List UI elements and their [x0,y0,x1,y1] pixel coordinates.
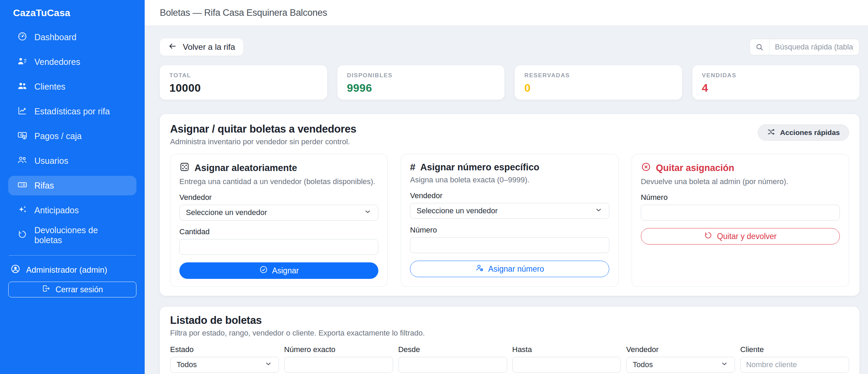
cliente-label: Cliente [740,345,849,354]
sidebar-item-label: Vendedores [34,57,80,67]
search-input[interactable] [769,39,859,55]
sidebar-item-rifas[interactable]: Rifas [8,176,136,195]
sidebar-item-dashboard[interactable]: Dashboard [8,27,136,47]
assign-number-button[interactable]: Asignar número [410,261,609,277]
specific-number-input[interactable] [410,237,609,253]
filter-numero-exacto: Número exacto [284,345,393,373]
quick-actions-button[interactable]: Acciones rápidas [758,124,849,141]
remove-title-row: Quitar asignación [641,162,840,174]
sidebar-item-label: Devoluciones de boletas [34,225,127,245]
person-lines-icon [17,56,27,68]
numero-exacto-input[interactable] [284,357,393,373]
quantity-input[interactable] [179,239,378,255]
stat-card-disponibles: DISPONIBLES 9996 [337,65,505,100]
stat-label: DISPONIBLES [347,72,495,79]
logout-label: Cerrar sesión [55,285,103,294]
stat-card-total: TOTAL 10000 [160,65,327,100]
assign-specific-card: # Asignar número específico Asigna una b… [401,154,618,287]
filter-hasta: Hasta [512,345,621,373]
arrow-left-icon [168,42,177,53]
sidebar-item-label: Estadísticas por rifa [34,106,110,116]
assign-number-button-label: Asignar número [488,264,544,274]
desde-label: Desde [398,345,507,354]
assign-specific-title-row: # Asignar número específico [410,162,609,173]
chevron-down-icon [264,360,272,370]
remove-and-return-label: Quitar y devolver [717,232,777,241]
top-header: Boletas — Rifa Casa Esquinera Balcones [145,0,868,26]
assign-random-title-row: Asignar aleatoriamente [179,162,378,174]
random-vendor-select[interactable]: Seleccione un vendedor [179,205,378,220]
sidebar-item-estadisticas[interactable]: Estadísticas por rifa [8,102,136,121]
sidebar-item-usuarios[interactable]: Usuarios [8,151,136,171]
sidebar-item-pagos[interactable]: Pagos / caja [8,126,136,146]
check-circle-icon [259,265,268,276]
vendor-label: Vendedor [179,193,378,202]
stat-label: TOTAL [169,72,318,79]
sidebar-item-devoluciones[interactable]: Devoluciones de boletas [8,225,136,245]
assign-button-label: Asignar [272,266,299,275]
chevron-down-icon [720,360,728,370]
filter-vendedor: Vendedor Todos [626,345,735,373]
sidebar-item-label: Rifas [34,181,54,191]
current-user: Administrador (admin) [8,264,136,276]
specific-vendor-select[interactable]: Seleccione un vendedor [410,203,609,219]
numero-exacto-label: Número exacto [284,345,393,354]
hash-icon: # [410,162,415,173]
cliente-input[interactable] [740,357,849,373]
assign-random-card: Asignar aleatoriamente Entrega una canti… [170,154,388,287]
sidebar: CazaTuCasa Dashboard Vendedores Clientes… [0,0,145,374]
hasta-input[interactable] [512,357,621,373]
vendedor-select[interactable]: Todos [626,357,735,373]
assign-header: Asignar / quitar boletas a vendedores Ad… [170,123,849,146]
remove-assignment-card: Quitar asignación Devuelve una boleta al… [632,154,849,287]
sidebar-item-label: Dashboard [34,32,76,42]
list-subtitle: Filtra por estado, rango, vendedor o cli… [170,329,849,338]
remove-number-input[interactable] [641,205,840,220]
ticket-list-section: Listado de boletas Filtra por estado, ra… [160,307,859,374]
back-to-raffle-button[interactable]: Volver a la rifa [160,38,243,56]
person-check-icon [475,263,484,274]
filter-desde: Desde [398,345,507,373]
arrow-counterclockwise-icon [704,231,713,242]
x-circle-icon [641,162,651,174]
vendedor-label: Vendedor [626,345,735,354]
sparkles-icon [17,204,27,217]
estado-select[interactable]: Todos [170,357,279,373]
dice-icon [179,162,190,174]
ticket-icon [17,180,27,192]
people-icon [17,81,27,93]
people-outline-icon [17,155,27,167]
list-filters: Estado Todos Número exacto Desde [170,345,849,373]
sidebar-item-vendedores[interactable]: Vendedores [8,52,136,72]
logout-button[interactable]: Cerrar sesión [8,282,136,297]
main-column: Boletas — Rifa Casa Esquinera Balcones V… [145,0,868,374]
chart-line-icon [17,105,27,118]
stat-value: 0 [524,82,672,94]
desde-input[interactable] [398,357,507,373]
sidebar-item-clientes[interactable]: Clientes [8,77,136,97]
speedometer-icon [17,31,27,44]
assign-button[interactable]: Asignar [179,262,378,279]
quick-actions-label: Acciones rápidas [780,128,840,137]
stat-label: RESERVADAS [524,72,672,79]
assign-cards-grid: Asignar aleatoriamente Entrega una canti… [170,154,849,287]
stat-value: 10000 [169,82,318,94]
sidebar-divider [9,255,136,256]
sidebar-item-label: Pagos / caja [34,131,82,141]
toolbar: Volver a la rifa [160,38,859,56]
remove-title: Quitar asignación [656,163,734,173]
sidebar-item-label: Anticipados [34,205,79,215]
cash-coin-icon [17,130,27,143]
quick-search [749,39,859,55]
random-vendor-select-value: Seleccione un vendedor [186,208,267,217]
chevron-down-icon [364,207,372,218]
hasta-label: Hasta [512,345,621,354]
sidebar-item-anticipados[interactable]: Anticipados [8,201,136,220]
remove-and-return-button[interactable]: Quitar y devolver [641,228,840,245]
stat-card-reservadas: RESERVADAS 0 [515,65,682,100]
estado-label: Estado [170,345,279,354]
sidebar-nav: Dashboard Vendedores Clientes Estadístic… [8,27,136,245]
filter-estado: Estado Todos [170,345,279,373]
vendor-label: Vendedor [410,191,609,200]
shuffle-icon [767,128,775,138]
